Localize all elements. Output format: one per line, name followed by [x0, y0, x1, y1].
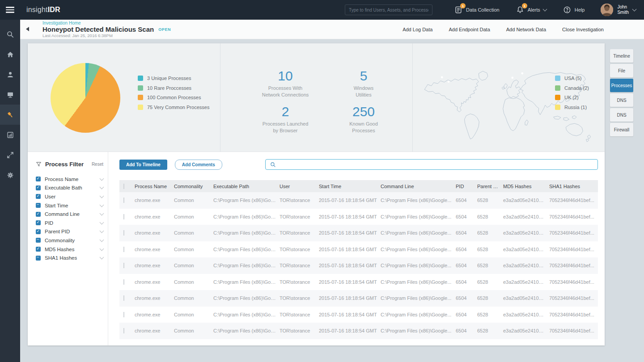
filter-checkbox[interactable]: [36, 212, 41, 217]
nav-settings[interactable]: [0, 165, 20, 185]
table-row[interactable]: chrome.exe Common C:\Program Files (x86)…: [119, 307, 598, 323]
add-to-timeline-button[interactable]: Add To Timeline: [119, 160, 167, 170]
chevron-down-icon[interactable]: [100, 246, 104, 251]
filter-checkbox[interactable]: [36, 238, 41, 243]
stat-label: Processes WithNetwork Connections: [245, 85, 326, 98]
column-header[interactable]: Commonality: [174, 184, 213, 189]
alerts-menu[interactable]: 1 Alerts: [516, 5, 547, 14]
filter-checkbox[interactable]: [36, 247, 41, 252]
stat-block: 250 Known GoodProcesses: [323, 104, 404, 134]
chevron-down-icon[interactable]: [100, 211, 104, 216]
filter-checkbox[interactable]: [36, 203, 41, 208]
header-action-button[interactable]: Add Endpoint Data: [449, 27, 490, 32]
filter-reset-link[interactable]: Reset: [92, 162, 103, 167]
map-pin-uk: [510, 75, 515, 83]
table-row[interactable]: chrome.exe Common C:\Program Files (x86)…: [119, 257, 598, 274]
filter-checkbox[interactable]: [36, 185, 41, 190]
side-tab[interactable]: Firewall: [610, 123, 633, 136]
table-row[interactable]: chrome.exe Common C:\Program Files (x86)…: [119, 225, 598, 241]
nav-home[interactable]: [0, 44, 20, 64]
legend-swatch: [555, 76, 560, 81]
filter-item[interactable]: Executable Bath: [36, 184, 103, 193]
column-header[interactable]: MD5 Hashes: [503, 184, 549, 189]
chevron-down-icon[interactable]: [100, 185, 104, 189]
chevron-down-icon[interactable]: [100, 176, 104, 181]
select-all-checkbox[interactable]: [123, 184, 124, 189]
side-tab[interactable]: DNS: [610, 93, 633, 107]
user-menu[interactable]: JohnSmith: [601, 4, 636, 16]
process-commonality-panel: 3 Unique Processes 10 Rare Proccesses 10…: [28, 43, 220, 152]
column-header[interactable]: User: [280, 184, 319, 189]
filter-item[interactable]: Command Line: [36, 210, 103, 219]
chevron-down-icon[interactable]: [100, 255, 104, 260]
filter-checkbox[interactable]: [36, 256, 41, 261]
column-header[interactable]: Start Time: [319, 184, 381, 189]
column-header[interactable]: SHA1 Hashes: [549, 184, 598, 189]
chevron-down-icon[interactable]: [100, 238, 104, 242]
side-tab[interactable]: Processes: [610, 79, 633, 92]
row-checkbox[interactable]: [123, 198, 124, 203]
column-header[interactable]: Parent PID: [477, 184, 503, 189]
column-header[interactable]: PID: [456, 184, 477, 189]
nav-investigations[interactable]: [0, 105, 20, 125]
row-checkbox[interactable]: [123, 247, 124, 252]
hamburger-menu-button[interactable]: [0, 0, 20, 20]
back-arrow-button[interactable]: [26, 27, 29, 31]
global-search-input[interactable]: [345, 4, 432, 15]
table-row[interactable]: chrome.exe Common C:\Program Files (x86)…: [119, 209, 598, 225]
nav-connections[interactable]: [0, 145, 20, 165]
table-row[interactable]: chrome.exe Common C:\Program Files (x86)…: [119, 323, 598, 339]
column-header[interactable]: Executable Path: [213, 184, 280, 189]
chevron-down-icon[interactable]: [100, 202, 104, 207]
table-row[interactable]: chrome.exe Common C:\Program Files (x86)…: [119, 192, 598, 209]
row-checkbox[interactable]: [123, 230, 124, 236]
legend-item: USA (5): [555, 76, 589, 81]
breadcrumb[interactable]: Investigation Home: [42, 21, 171, 25]
filter-item[interactable]: Parent PID: [36, 227, 103, 236]
chevron-down-icon[interactable]: [100, 194, 104, 198]
filter-item[interactable]: SHA1 Hashes: [36, 253, 103, 262]
nav-reports[interactable]: [0, 125, 20, 145]
chevron-down-icon[interactable]: [100, 220, 104, 224]
side-tab[interactable]: File: [610, 64, 633, 77]
table-row[interactable]: chrome.exe Common C:\Program Files (x86)…: [119, 290, 598, 307]
filter-item[interactable]: PID: [36, 219, 103, 227]
data-collection-menu[interactable]: 1 Data Collection: [454, 5, 500, 14]
nav-users[interactable]: [0, 64, 20, 84]
help-menu[interactable]: Help: [563, 5, 585, 14]
row-checkbox[interactable]: [123, 295, 124, 301]
table-row[interactable]: chrome.exe Common C:\Program Files (x86)…: [119, 241, 598, 258]
filter-item[interactable]: MD5 Hashes: [36, 245, 103, 254]
table-search-input[interactable]: [276, 161, 597, 168]
filter-item[interactable]: Start Time: [36, 201, 103, 210]
chevron-down-icon[interactable]: [100, 229, 104, 233]
row-checkbox[interactable]: [123, 214, 124, 219]
row-checkbox[interactable]: [123, 312, 124, 317]
header-action-button[interactable]: Add Network Data: [506, 27, 546, 32]
header-action-button[interactable]: Add Log Data: [402, 27, 432, 32]
filter-checkbox[interactable]: [36, 220, 41, 225]
row-checkbox[interactable]: [123, 263, 124, 268]
nav-search[interactable]: [0, 24, 20, 44]
last-accessed: Last Accessed: Jan 25, 2016 6:38PM: [42, 33, 171, 38]
table-row[interactable]: chrome.exe Common C:\Program Files (x86)…: [119, 274, 598, 290]
filter-checkbox[interactable]: [36, 194, 41, 199]
filter-checkbox[interactable]: [36, 177, 41, 181]
filter-checkbox[interactable]: [36, 229, 41, 234]
filter-item[interactable]: User: [36, 192, 103, 201]
column-header[interactable]: Process Name: [135, 184, 174, 189]
legend-swatch: [555, 95, 560, 100]
commonality-pie-chart: [51, 63, 120, 133]
legend-item: 100 Common Processes: [138, 95, 209, 100]
filter-item[interactable]: Process Name: [36, 175, 103, 184]
add-comments-button[interactable]: Add Comments: [175, 160, 222, 170]
side-tab[interactable]: DNS: [610, 108, 633, 122]
filter-item[interactable]: Commonality: [36, 236, 103, 245]
table-search-box[interactable]: [265, 159, 598, 170]
row-checkbox[interactable]: [123, 328, 124, 333]
header-action-button[interactable]: Close Investigation: [562, 27, 604, 32]
row-checkbox[interactable]: [123, 279, 124, 285]
side-tab[interactable]: Timeline: [610, 49, 633, 63]
nav-assets[interactable]: [0, 84, 20, 105]
column-header[interactable]: Command Line: [381, 184, 456, 189]
